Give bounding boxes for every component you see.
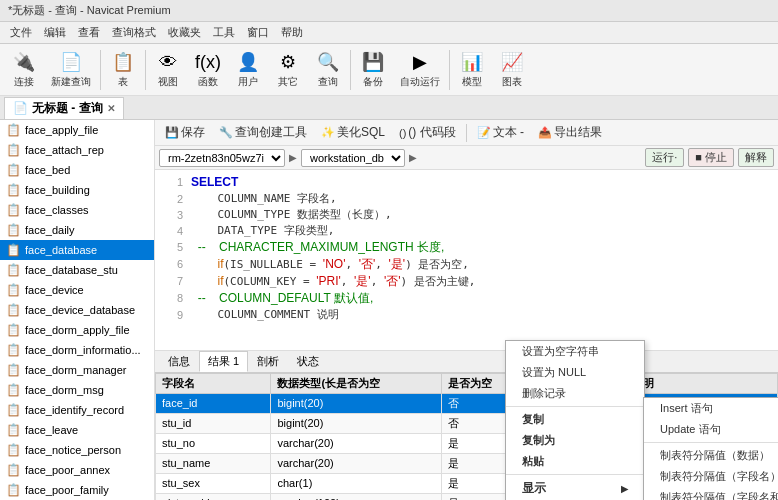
save-icon: 💾 xyxy=(165,126,179,139)
menubar-item-编辑[interactable]: 编辑 xyxy=(38,24,72,41)
sidebar-item-face_dorm_apply_file[interactable]: 📋face_dorm_apply_file xyxy=(0,320,154,340)
cell-name: stu_sex xyxy=(156,473,271,493)
stop-button[interactable]: ■ 停止 xyxy=(688,148,734,167)
menubar-item-帮助[interactable]: 帮助 xyxy=(275,24,309,41)
sidebar-item-face_dorm_informatio...[interactable]: 📋face_dorm_informatio... xyxy=(0,340,154,360)
sub-insert[interactable]: Insert 语句 xyxy=(644,398,778,419)
sub-tab-fields[interactable]: 制表符分隔值（字段名） xyxy=(644,466,778,487)
explain-button[interactable]: 解释 xyxy=(738,148,774,167)
tab-status[interactable]: 状态 xyxy=(288,351,328,372)
toolbar-sep-3 xyxy=(145,50,146,90)
sidebar-item-face_device_database[interactable]: 📋face_device_database xyxy=(0,300,154,320)
tab-info[interactable]: 信息 xyxy=(159,351,199,372)
sidebar-item-face_notice_person[interactable]: 📋face_notice_person xyxy=(0,440,154,460)
save-button[interactable]: 💾 保存 xyxy=(159,122,211,143)
tab-results[interactable]: 结果 1 xyxy=(199,351,248,372)
text-button[interactable]: 📝 文本 - xyxy=(471,122,530,143)
toolbar-btn-视图[interactable]: 👁视图 xyxy=(148,48,188,92)
database-select[interactable]: workstation_db xyxy=(301,149,405,167)
toolbar-label-连接: 连接 xyxy=(14,75,34,89)
toolbar-label-其它: 其它 xyxy=(278,75,298,89)
export-label: 导出结果 xyxy=(554,124,602,141)
sidebar-label: face_device xyxy=(25,284,84,296)
toolbar-btn-连接[interactable]: 🔌连接 xyxy=(4,48,44,92)
col-header-comment[interactable]: 说明 xyxy=(625,373,777,393)
menubar-item-收藏夹[interactable]: 收藏夹 xyxy=(162,24,207,41)
toolbar-btn-模型[interactable]: 📊模型 xyxy=(452,48,492,92)
toolbar-btn-新建查询[interactable]: 📄新建查询 xyxy=(44,48,98,92)
snippet-button[interactable]: () () 代码段 xyxy=(393,122,462,143)
sidebar-item-face_poor_family[interactable]: 📋face_poor_family xyxy=(0,480,154,500)
ctx-paste[interactable]: 粘贴 xyxy=(506,451,644,472)
table-icon: 📋 xyxy=(6,403,21,417)
run-button[interactable]: 运行· xyxy=(645,148,684,167)
table-icon: 📋 xyxy=(6,483,21,497)
cell-type: bigint(20) xyxy=(271,413,441,433)
beautify-button[interactable]: ✨ 美化SQL xyxy=(315,122,391,143)
toolbar-btn-其它[interactable]: ⚙其它 xyxy=(268,48,308,92)
text-label: 文本 - xyxy=(493,124,524,141)
sidebar-item-face_leave[interactable]: 📋face_leave xyxy=(0,420,154,440)
menubar-item-查看[interactable]: 查看 xyxy=(72,24,106,41)
sidebar-item-face_bed[interactable]: 📋face_bed xyxy=(0,160,154,180)
connection-bar: rm-2zetn83n05wz7i ▶ workstation_db ▶ 运行·… xyxy=(155,146,778,170)
sql-editor[interactable]: 1SELECT 2 COLUMN_NAME 字段名, 3 COLUMN_TYPE… xyxy=(155,170,778,351)
tab-close-btn[interactable]: ✕ xyxy=(107,103,115,114)
toolbar-icon-图表: 📈 xyxy=(500,51,524,74)
tab-profile[interactable]: 剖析 xyxy=(248,351,288,372)
sidebar-item-face_dorm_manager[interactable]: 📋face_dorm_manager xyxy=(0,360,154,380)
ctx-copy[interactable]: 复制 xyxy=(506,409,644,430)
cell-name: stu_id xyxy=(156,413,271,433)
ctx-set-empty[interactable]: 设置为空字符串 xyxy=(506,341,644,362)
table-icon: 📋 xyxy=(6,423,21,437)
sidebar-label: face_notice_person xyxy=(25,444,121,456)
sidebar-item-face_building[interactable]: 📋face_building xyxy=(0,180,154,200)
table-icon: 📋 xyxy=(6,163,21,177)
export-button[interactable]: 📤 导出结果 xyxy=(532,122,608,143)
sidebar-item-face_daily[interactable]: 📋face_daily xyxy=(0,220,154,240)
query-builder-button[interactable]: 🔧 查询创建工具 xyxy=(213,122,313,143)
menubar-item-窗口[interactable]: 窗口 xyxy=(241,24,275,41)
sidebar-item-face_apply_file[interactable]: 📋face_apply_file xyxy=(0,120,154,140)
sub-tab-data[interactable]: 制表符分隔值（数据） xyxy=(644,445,778,466)
sidebar-item-face_poor_annex[interactable]: 📋face_poor_annex xyxy=(0,460,154,480)
sidebar-item-face_classes[interactable]: 📋face_classes xyxy=(0,200,154,220)
table-icon: 📋 xyxy=(6,123,21,137)
query-tab[interactable]: 📄 无标题 - 查询 ✕ xyxy=(4,97,124,119)
toolbar-btn-图表[interactable]: 📈图表 xyxy=(492,48,532,92)
table-icon: 📋 xyxy=(6,223,21,237)
sidebar-item-face_attach_rep[interactable]: 📋face_attach_rep xyxy=(0,140,154,160)
cell-type: varchar(20) xyxy=(271,433,441,453)
sub-tab-both[interactable]: 制表符分隔值（字段名和数据） xyxy=(644,487,778,500)
toolbar-btn-查询[interactable]: 🔍查询 xyxy=(308,48,348,92)
sub-update[interactable]: Update 语句 xyxy=(644,419,778,440)
ctx-show[interactable]: 显示 ▶ xyxy=(506,477,644,500)
submenu-arrow-icon: ▶ xyxy=(621,484,628,494)
snippet-label: () 代码段 xyxy=(408,124,455,141)
ctx-delete-record[interactable]: 删除记录 xyxy=(506,383,644,404)
ctx-copy-as[interactable]: 复制为 xyxy=(506,430,644,451)
toolbar-btn-自动运行[interactable]: ▶自动运行 xyxy=(393,48,447,92)
toolbar-sep-8 xyxy=(350,50,351,90)
ctx-set-null[interactable]: 设置为 NULL xyxy=(506,362,644,383)
sidebar-item-face_database_stu[interactable]: 📋face_database_stu xyxy=(0,260,154,280)
sidebar-label: face_dorm_informatio... xyxy=(25,344,141,356)
toolbar-label-模型: 模型 xyxy=(462,75,482,89)
beautify-label: 美化SQL xyxy=(337,124,385,141)
toolbar-label-新建查询: 新建查询 xyxy=(51,75,91,89)
col-header-name[interactable]: 字段名 xyxy=(156,373,271,393)
toolbar-btn-用户[interactable]: 👤用户 xyxy=(228,48,268,92)
sidebar-item-face_database[interactable]: 📋face_database xyxy=(0,240,154,260)
toolbar-btn-函数[interactable]: f(x)函数 xyxy=(188,48,228,92)
toolbar-btn-表[interactable]: 📋表 xyxy=(103,48,143,92)
menubar-item-工具[interactable]: 工具 xyxy=(207,24,241,41)
connection-select[interactable]: rm-2zetn83n05wz7i xyxy=(159,149,285,167)
menubar-item-文件[interactable]: 文件 xyxy=(4,24,38,41)
sidebar-item-face_device[interactable]: 📋face_device xyxy=(0,280,154,300)
menubar-item-查询格式[interactable]: 查询格式 xyxy=(106,24,162,41)
col-header-type[interactable]: 数据类型(长是否为空 xyxy=(271,373,441,393)
ctx-separator-2 xyxy=(506,474,644,475)
sidebar-item-face_identify_record[interactable]: 📋face_identify_record xyxy=(0,400,154,420)
sidebar-item-face_dorm_msg[interactable]: 📋face_dorm_msg xyxy=(0,380,154,400)
toolbar-btn-备份[interactable]: 💾备份 xyxy=(353,48,393,92)
